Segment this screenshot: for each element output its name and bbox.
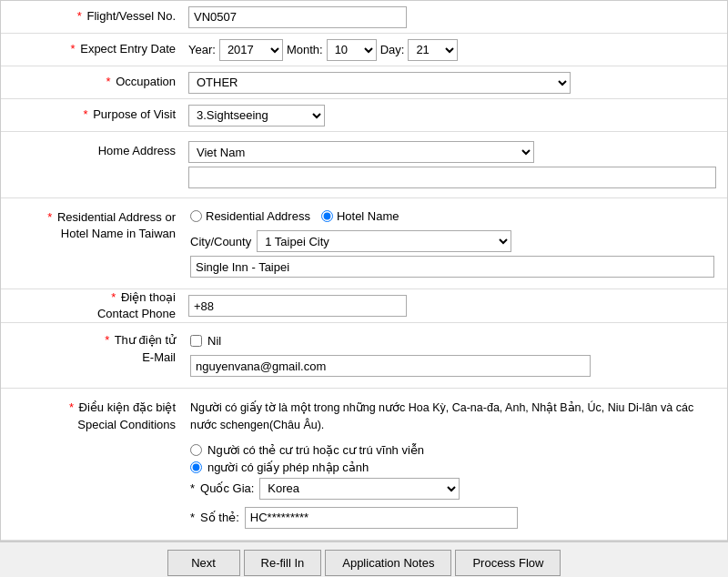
required-star: *	[84, 107, 88, 121]
residential-row: * Residential Address orHotel Name in Ta…	[1, 198, 727, 289]
home-address-row: Home Address Viet Nam Korea Japan USA	[1, 132, 727, 198]
home-country-select[interactable]: Viet Nam Korea Japan USA	[188, 141, 534, 163]
month-select[interactable]: 1234 5678 9101112	[327, 39, 377, 61]
application-notes-button[interactable]: Application Notes	[325, 550, 451, 576]
email-cell: Nil	[183, 329, 727, 382]
main-form: * Flight/Vessel No. * Expect Entry Date …	[0, 0, 728, 542]
quoc-gia-select[interactable]: Japan Korea USA UK	[259, 478, 460, 500]
email-label: * Thư điện tửE-Mail	[1, 329, 183, 365]
purpose-select[interactable]: 1.Business 2.Tourism 3.Sightseeing 4.Vis…	[188, 105, 325, 127]
required-star: *	[71, 42, 76, 56]
radio-cu-tru-label: Người có thẻ cư trú hoặc cư trú vĩnh viễ…	[207, 443, 424, 457]
required-star-quoc: *	[190, 481, 195, 495]
radio-cu-tru-item: Người có thẻ cư trú hoặc cư trú vĩnh viễ…	[190, 443, 720, 457]
phone-cell	[183, 291, 727, 320]
email-input[interactable]	[190, 355, 591, 377]
entry-date-label: * Expect Entry Date	[1, 41, 183, 57]
required-star: *	[47, 210, 52, 224]
residential-label: * Residential Address orHotel Name in Ta…	[1, 204, 183, 242]
city-row: City/County 1 Taipei City 2 New Taipei C…	[190, 230, 720, 252]
required-star: *	[105, 333, 109, 347]
home-address-label: Home Address	[1, 137, 183, 159]
required-star: *	[106, 75, 111, 88]
special-text: Người có giấy tờ là một trong những nước…	[190, 400, 720, 434]
required-star: *	[111, 290, 116, 304]
city-select[interactable]: 1 Taipei City 2 New Taipei City 3 Taoyua…	[257, 230, 511, 252]
purpose-row: * Purpose of Visit 1.Business 2.Tourism …	[1, 99, 727, 132]
radio-residential[interactable]	[190, 210, 202, 222]
nil-label: Nil	[207, 334, 221, 348]
required-star: *	[77, 9, 82, 23]
special-conditions-label: * Điều kiện đặc biệtSpecial Conditions	[1, 394, 183, 432]
phone-row: * Điện thoạiContact Phone	[1, 289, 727, 323]
radio-hotel-label[interactable]: Hotel Name	[321, 209, 399, 223]
so-the-label: Số thẻ:	[200, 511, 239, 524]
month-label: Month:	[287, 43, 323, 56]
entry-date-row: * Expect Entry Date Year: 2015 2016 2017…	[1, 34, 727, 66]
next-button[interactable]: Next	[167, 550, 240, 576]
special-conditions-row: * Điều kiện đặc biệtSpecial Conditions N…	[1, 389, 727, 541]
radio-hotel[interactable]	[321, 210, 333, 222]
flight-input-cell	[183, 3, 727, 32]
purpose-cell: 1.Business 2.Tourism 3.Sightseeing 4.Vis…	[183, 101, 727, 130]
radio-giay-phep-label: người có giấy phép nhập cảnh	[207, 461, 369, 474]
flight-row: * Flight/Vessel No.	[1, 1, 727, 34]
year-label: Year:	[188, 43, 216, 56]
phone-label: * Điện thoạiContact Phone	[1, 289, 183, 322]
city-county-label: City/County	[190, 235, 251, 248]
email-row: * Thư điện tửE-Mail Nil	[1, 323, 727, 389]
radio-residential-label[interactable]: Residential Address	[190, 209, 310, 223]
home-address-input[interactable]	[188, 167, 716, 188]
required-star: *	[69, 400, 74, 414]
residential-cell: Residential Address Hotel Name City/Coun…	[183, 204, 727, 283]
quoc-gia-row: * Quốc Gia: Japan Korea USA UK	[190, 478, 720, 500]
entry-date-cell: Year: 2015 2016 2017 2018 2019 Month: 12…	[183, 35, 727, 65]
required-star-so: *	[190, 511, 195, 524]
day-select[interactable]: 12345 678910 1112131415 1617181920 21222…	[408, 39, 458, 61]
occupation-select[interactable]: OTHER STUDENT BUSINESS ENGINEER	[188, 72, 571, 94]
day-label: Day:	[380, 43, 405, 56]
occupation-row: * Occupation OTHER STUDENT BUSINESS ENGI…	[1, 66, 727, 99]
nil-checkbox[interactable]	[190, 335, 202, 347]
so-the-row: * Số thẻ:	[190, 507, 720, 529]
residential-radio-group: Residential Address Hotel Name	[190, 209, 720, 223]
refill-button[interactable]: Re-fill In	[244, 550, 322, 576]
purpose-label: * Purpose of Visit	[1, 106, 183, 123]
flight-input[interactable]	[188, 6, 407, 28]
radio-giay-phep[interactable]	[190, 461, 202, 473]
quoc-gia-label: Quốc Gia:	[200, 481, 254, 495]
occupation-cell: OTHER STUDENT BUSINESS ENGINEER	[183, 68, 727, 97]
footer-buttons: Next Re-fill In Application Notes Proces…	[0, 542, 728, 577]
hotel-name-input[interactable]	[190, 256, 714, 278]
so-the-input[interactable]	[245, 507, 518, 529]
flight-label: * Flight/Vessel No.	[1, 8, 183, 25]
nil-row: Nil	[190, 334, 720, 348]
process-flow-button[interactable]: Process Flow	[455, 550, 561, 576]
radio-cu-tru[interactable]	[190, 444, 202, 456]
radio-giay-phep-item: người có giấy phép nhập cảnh	[190, 461, 720, 474]
special-conditions-cell: Người có giấy tờ là một trong những nước…	[183, 394, 727, 534]
occupation-label: * Occupation	[1, 74, 183, 90]
home-address-cell: Viet Nam Korea Japan USA	[183, 137, 722, 192]
phone-input[interactable]	[188, 295, 407, 317]
year-select[interactable]: 2015 2016 2017 2018 2019	[219, 39, 283, 61]
